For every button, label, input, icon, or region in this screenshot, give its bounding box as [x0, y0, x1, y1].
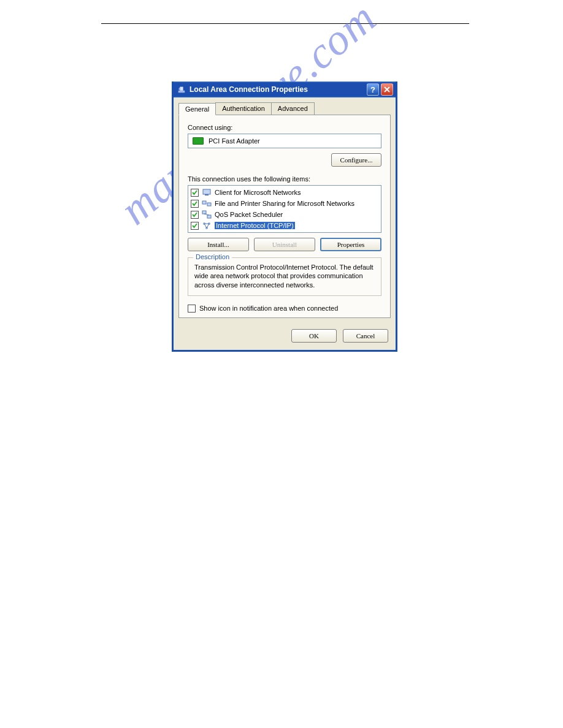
install-button[interactable]: Install...	[188, 238, 249, 251]
qos-icon	[202, 210, 212, 219]
svg-rect-6	[207, 203, 211, 206]
client-icon	[202, 188, 212, 197]
show-icon-label: Show icon in notification area when conn…	[199, 305, 338, 312]
cancel-button[interactable]: Cancel	[343, 329, 388, 343]
titlebar[interactable]: Local Area Connection Properties ?	[174, 82, 396, 97]
tab-general[interactable]: General	[178, 103, 216, 115]
list-item[interactable]: File and Printer Sharing for Microsoft N…	[188, 198, 381, 209]
svg-rect-8	[207, 215, 211, 218]
nic-icon	[193, 137, 204, 145]
description-group: Description Transmission Control Protoco…	[188, 257, 381, 296]
svg-rect-1	[180, 87, 183, 91]
list-item-label: QoS Packet Scheduler	[215, 211, 283, 218]
items-label: This connection uses the following items…	[188, 175, 381, 183]
close-button[interactable]	[381, 83, 393, 96]
list-item-label: Internet Protocol (TCP/IP)	[215, 222, 295, 229]
page-rule	[101, 23, 469, 24]
svg-rect-2	[179, 88, 180, 90]
connection-icon	[177, 85, 186, 94]
list-item[interactable]: Client for Microsoft Networks	[188, 187, 381, 198]
properties-dialog: Local Area Connection Properties ? Gener…	[172, 82, 397, 352]
share-icon	[202, 199, 212, 208]
tab-advanced[interactable]: Advanced	[271, 102, 315, 115]
show-icon-row[interactable]: Show icon in notification area when conn…	[188, 305, 381, 313]
checkbox[interactable]	[191, 200, 199, 208]
checkbox[interactable]	[191, 222, 199, 230]
uninstall-button[interactable]: Uninstall	[254, 238, 315, 251]
dialog-footer: OK Cancel	[174, 323, 396, 350]
tab-strip: General Authentication Advanced	[174, 97, 396, 115]
tab-panel-general: Connect using: PCI Fast Adapter Configur…	[178, 115, 391, 318]
tcpip-icon	[202, 221, 212, 230]
properties-button[interactable]: Properties	[320, 238, 381, 251]
svg-rect-7	[202, 211, 206, 214]
configure-button[interactable]: Configure...	[331, 153, 381, 167]
connect-using-label: Connect using:	[188, 124, 381, 131]
show-icon-checkbox[interactable]	[188, 305, 196, 313]
svg-rect-0	[178, 91, 185, 93]
adapter-field[interactable]: PCI Fast Adapter	[188, 134, 381, 148]
help-button[interactable]: ?	[367, 83, 379, 96]
items-listbox[interactable]: Client for Microsoft Networks File and P…	[188, 185, 381, 233]
description-text: Transmission Control Protocol/Internet P…	[194, 263, 375, 289]
svg-rect-5	[202, 201, 206, 204]
title-text: Local Area Connection Properties	[190, 85, 365, 94]
svg-rect-3	[203, 189, 210, 194]
checkbox[interactable]	[191, 189, 199, 197]
close-icon	[384, 86, 390, 93]
list-item[interactable]: QoS Packet Scheduler	[188, 209, 381, 220]
description-legend: Description	[193, 253, 232, 260]
svg-rect-4	[205, 194, 209, 195]
list-item[interactable]: Internet Protocol (TCP/IP)	[188, 220, 381, 231]
ok-button[interactable]: OK	[291, 329, 337, 343]
list-item-label: Client for Microsoft Networks	[215, 189, 301, 196]
tab-authentication[interactable]: Authentication	[215, 102, 272, 115]
checkbox[interactable]	[191, 211, 199, 219]
list-item-label: File and Printer Sharing for Microsoft N…	[215, 200, 354, 207]
adapter-name: PCI Fast Adapter	[209, 137, 260, 145]
